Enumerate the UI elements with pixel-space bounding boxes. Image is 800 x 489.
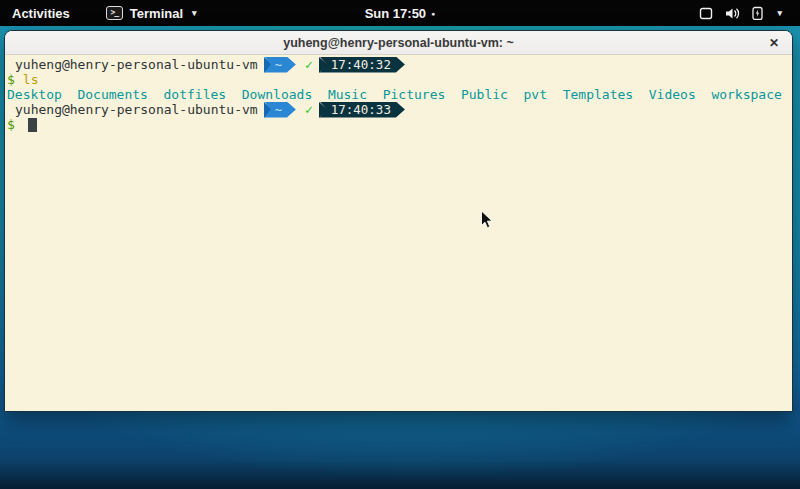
- dir-entry: pvt: [524, 87, 547, 102]
- input-line: $: [7, 117, 792, 132]
- terminal-window: yuheng@henry-personal-ubuntu-vm: ~ ✕ yuh…: [4, 30, 793, 412]
- system-status-menu[interactable]: ▾: [699, 0, 782, 26]
- dir-entry: workspace: [711, 87, 781, 102]
- status-check-icon: ✓: [305, 102, 313, 117]
- prompt-time-segment: 17:40:32: [320, 57, 405, 73]
- prompt-user-host: yuheng@henry-personal-ubuntu-vm: [15, 57, 258, 72]
- close-button[interactable]: ✕: [766, 35, 782, 51]
- window-titlebar[interactable]: yuheng@henry-personal-ubuntu-vm: ~ ✕: [5, 31, 792, 55]
- clock-button[interactable]: Sun 17:50 ●: [365, 6, 436, 21]
- top-bar: Activities >_ Terminal ▾ Sun 17:50 ● ▾: [0, 0, 800, 26]
- prompt-user-host: yuheng@henry-personal-ubuntu-vm: [15, 102, 258, 117]
- status-check-icon: ✓: [305, 57, 313, 72]
- prompt-symbol: $: [7, 117, 15, 132]
- volume-icon: [725, 7, 740, 20]
- command-text: ls: [23, 72, 39, 87]
- dir-entry: Templates: [563, 87, 633, 102]
- screen-icon: [699, 7, 713, 20]
- prompt-symbol: $: [7, 72, 15, 87]
- prompt-time-segment: 17:40:33: [320, 102, 405, 118]
- prompt-line: yuheng@henry-personal-ubuntu-vm ~ ✓ 17:4…: [7, 102, 792, 117]
- dir-entry: dotfiles: [164, 87, 227, 102]
- command-line: $ls: [7, 72, 792, 87]
- dir-entry: Music: [328, 87, 367, 102]
- app-menu-label: Terminal: [130, 6, 183, 21]
- dir-entry: Videos: [649, 87, 696, 102]
- chevron-down-icon: ▾: [192, 8, 197, 18]
- chevron-down-icon: ▾: [777, 8, 782, 18]
- battery-charging-icon: [752, 6, 763, 20]
- notification-dot-icon: ●: [431, 10, 435, 17]
- dir-entry: Desktop: [7, 87, 62, 102]
- dir-entry: Public: [461, 87, 508, 102]
- terminal-cursor: [28, 118, 37, 132]
- window-title: yuheng@henry-personal-ubuntu-vm: ~: [283, 36, 514, 50]
- clock-label: Sun 17:50: [365, 6, 426, 21]
- prompt-line: yuheng@henry-personal-ubuntu-vm ~ ✓ 17:4…: [7, 57, 792, 72]
- terminal-app-icon: >_: [106, 6, 123, 20]
- activities-button[interactable]: Activities: [12, 6, 70, 21]
- terminal-screen[interactable]: yuheng@henry-personal-ubuntu-vm ~ ✓ 17:4…: [5, 55, 792, 411]
- dir-entry: Pictures: [383, 87, 446, 102]
- dir-entry: Downloads: [242, 87, 312, 102]
- ls-output-line: DesktopDocumentsdotfilesDownloadsMusicPi…: [7, 87, 792, 102]
- app-menu-terminal[interactable]: >_ Terminal ▾: [106, 6, 197, 21]
- dir-entry: Documents: [77, 87, 147, 102]
